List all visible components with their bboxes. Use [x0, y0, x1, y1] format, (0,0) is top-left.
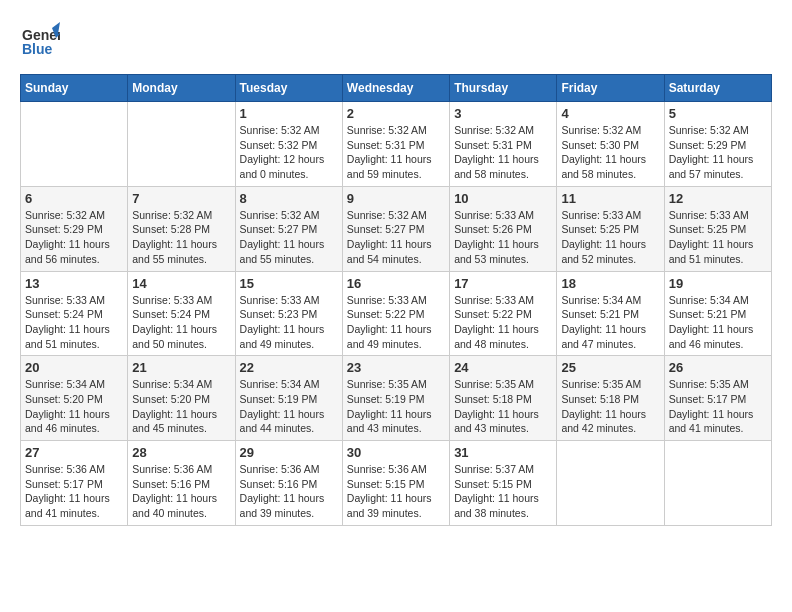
calendar-cell: 16Sunrise: 5:33 AM Sunset: 5:22 PM Dayli… [342, 271, 449, 356]
day-number: 28 [132, 445, 230, 460]
day-info: Sunrise: 5:32 AM Sunset: 5:31 PM Dayligh… [347, 123, 445, 182]
day-header-saturday: Saturday [664, 75, 771, 102]
day-info: Sunrise: 5:35 AM Sunset: 5:18 PM Dayligh… [454, 377, 552, 436]
day-info: Sunrise: 5:35 AM Sunset: 5:19 PM Dayligh… [347, 377, 445, 436]
day-info: Sunrise: 5:35 AM Sunset: 5:18 PM Dayligh… [561, 377, 659, 436]
calendar-cell [128, 102, 235, 187]
day-info: Sunrise: 5:32 AM Sunset: 5:29 PM Dayligh… [25, 208, 123, 267]
calendar-cell: 4Sunrise: 5:32 AM Sunset: 5:30 PM Daylig… [557, 102, 664, 187]
day-info: Sunrise: 5:33 AM Sunset: 5:23 PM Dayligh… [240, 293, 338, 352]
day-info: Sunrise: 5:32 AM Sunset: 5:32 PM Dayligh… [240, 123, 338, 182]
day-info: Sunrise: 5:32 AM Sunset: 5:30 PM Dayligh… [561, 123, 659, 182]
calendar-cell: 17Sunrise: 5:33 AM Sunset: 5:22 PM Dayli… [450, 271, 557, 356]
day-number: 17 [454, 276, 552, 291]
day-header-friday: Friday [557, 75, 664, 102]
day-number: 9 [347, 191, 445, 206]
day-number: 31 [454, 445, 552, 460]
day-info: Sunrise: 5:35 AM Sunset: 5:17 PM Dayligh… [669, 377, 767, 436]
day-header-tuesday: Tuesday [235, 75, 342, 102]
days-header-row: SundayMondayTuesdayWednesdayThursdayFrid… [21, 75, 772, 102]
day-number: 12 [669, 191, 767, 206]
day-number: 18 [561, 276, 659, 291]
calendar-cell: 8Sunrise: 5:32 AM Sunset: 5:27 PM Daylig… [235, 186, 342, 271]
calendar-cell: 26Sunrise: 5:35 AM Sunset: 5:17 PM Dayli… [664, 356, 771, 441]
calendar-cell: 23Sunrise: 5:35 AM Sunset: 5:19 PM Dayli… [342, 356, 449, 441]
day-info: Sunrise: 5:36 AM Sunset: 5:15 PM Dayligh… [347, 462, 445, 521]
day-info: Sunrise: 5:34 AM Sunset: 5:19 PM Dayligh… [240, 377, 338, 436]
week-row-5: 27Sunrise: 5:36 AM Sunset: 5:17 PM Dayli… [21, 441, 772, 526]
day-header-sunday: Sunday [21, 75, 128, 102]
day-number: 23 [347, 360, 445, 375]
day-number: 21 [132, 360, 230, 375]
day-info: Sunrise: 5:33 AM Sunset: 5:24 PM Dayligh… [25, 293, 123, 352]
day-number: 14 [132, 276, 230, 291]
day-info: Sunrise: 5:37 AM Sunset: 5:15 PM Dayligh… [454, 462, 552, 521]
day-number: 3 [454, 106, 552, 121]
svg-text:Blue: Blue [22, 41, 53, 57]
day-number: 7 [132, 191, 230, 206]
calendar-table: SundayMondayTuesdayWednesdayThursdayFrid… [20, 74, 772, 526]
calendar-cell: 5Sunrise: 5:32 AM Sunset: 5:29 PM Daylig… [664, 102, 771, 187]
calendar-cell: 3Sunrise: 5:32 AM Sunset: 5:31 PM Daylig… [450, 102, 557, 187]
logo: General Blue [20, 20, 60, 64]
calendar-cell: 14Sunrise: 5:33 AM Sunset: 5:24 PM Dayli… [128, 271, 235, 356]
week-row-4: 20Sunrise: 5:34 AM Sunset: 5:20 PM Dayli… [21, 356, 772, 441]
week-row-3: 13Sunrise: 5:33 AM Sunset: 5:24 PM Dayli… [21, 271, 772, 356]
calendar-cell: 11Sunrise: 5:33 AM Sunset: 5:25 PM Dayli… [557, 186, 664, 271]
calendar-cell: 9Sunrise: 5:32 AM Sunset: 5:27 PM Daylig… [342, 186, 449, 271]
day-number: 22 [240, 360, 338, 375]
day-header-thursday: Thursday [450, 75, 557, 102]
day-number: 20 [25, 360, 123, 375]
day-info: Sunrise: 5:36 AM Sunset: 5:16 PM Dayligh… [132, 462, 230, 521]
day-info: Sunrise: 5:36 AM Sunset: 5:17 PM Dayligh… [25, 462, 123, 521]
day-number: 13 [25, 276, 123, 291]
calendar-cell: 30Sunrise: 5:36 AM Sunset: 5:15 PM Dayli… [342, 441, 449, 526]
day-info: Sunrise: 5:34 AM Sunset: 5:21 PM Dayligh… [669, 293, 767, 352]
day-info: Sunrise: 5:36 AM Sunset: 5:16 PM Dayligh… [240, 462, 338, 521]
day-number: 30 [347, 445, 445, 460]
calendar-cell: 20Sunrise: 5:34 AM Sunset: 5:20 PM Dayli… [21, 356, 128, 441]
calendar-cell [557, 441, 664, 526]
day-info: Sunrise: 5:32 AM Sunset: 5:31 PM Dayligh… [454, 123, 552, 182]
day-number: 27 [25, 445, 123, 460]
day-number: 16 [347, 276, 445, 291]
logo-icon: General Blue [20, 20, 60, 60]
week-row-2: 6Sunrise: 5:32 AM Sunset: 5:29 PM Daylig… [21, 186, 772, 271]
calendar-cell: 25Sunrise: 5:35 AM Sunset: 5:18 PM Dayli… [557, 356, 664, 441]
day-number: 4 [561, 106, 659, 121]
calendar-cell: 27Sunrise: 5:36 AM Sunset: 5:17 PM Dayli… [21, 441, 128, 526]
day-info: Sunrise: 5:32 AM Sunset: 5:29 PM Dayligh… [669, 123, 767, 182]
day-info: Sunrise: 5:34 AM Sunset: 5:21 PM Dayligh… [561, 293, 659, 352]
day-info: Sunrise: 5:33 AM Sunset: 5:24 PM Dayligh… [132, 293, 230, 352]
calendar-cell: 29Sunrise: 5:36 AM Sunset: 5:16 PM Dayli… [235, 441, 342, 526]
calendar-cell: 28Sunrise: 5:36 AM Sunset: 5:16 PM Dayli… [128, 441, 235, 526]
day-number: 24 [454, 360, 552, 375]
calendar-cell: 12Sunrise: 5:33 AM Sunset: 5:25 PM Dayli… [664, 186, 771, 271]
day-number: 1 [240, 106, 338, 121]
calendar-cell: 7Sunrise: 5:32 AM Sunset: 5:28 PM Daylig… [128, 186, 235, 271]
day-number: 15 [240, 276, 338, 291]
calendar-cell: 18Sunrise: 5:34 AM Sunset: 5:21 PM Dayli… [557, 271, 664, 356]
day-info: Sunrise: 5:33 AM Sunset: 5:22 PM Dayligh… [454, 293, 552, 352]
day-number: 10 [454, 191, 552, 206]
day-info: Sunrise: 5:32 AM Sunset: 5:28 PM Dayligh… [132, 208, 230, 267]
day-info: Sunrise: 5:33 AM Sunset: 5:22 PM Dayligh… [347, 293, 445, 352]
calendar-cell: 22Sunrise: 5:34 AM Sunset: 5:19 PM Dayli… [235, 356, 342, 441]
week-row-1: 1Sunrise: 5:32 AM Sunset: 5:32 PM Daylig… [21, 102, 772, 187]
day-number: 2 [347, 106, 445, 121]
day-info: Sunrise: 5:32 AM Sunset: 5:27 PM Dayligh… [240, 208, 338, 267]
calendar-cell: 15Sunrise: 5:33 AM Sunset: 5:23 PM Dayli… [235, 271, 342, 356]
day-number: 25 [561, 360, 659, 375]
calendar-cell [21, 102, 128, 187]
day-number: 6 [25, 191, 123, 206]
day-info: Sunrise: 5:34 AM Sunset: 5:20 PM Dayligh… [132, 377, 230, 436]
calendar-cell: 1Sunrise: 5:32 AM Sunset: 5:32 PM Daylig… [235, 102, 342, 187]
page-header: General Blue [20, 20, 772, 64]
day-info: Sunrise: 5:33 AM Sunset: 5:25 PM Dayligh… [561, 208, 659, 267]
day-info: Sunrise: 5:32 AM Sunset: 5:27 PM Dayligh… [347, 208, 445, 267]
day-header-wednesday: Wednesday [342, 75, 449, 102]
calendar-cell: 31Sunrise: 5:37 AM Sunset: 5:15 PM Dayli… [450, 441, 557, 526]
calendar-cell: 24Sunrise: 5:35 AM Sunset: 5:18 PM Dayli… [450, 356, 557, 441]
calendar-body: 1Sunrise: 5:32 AM Sunset: 5:32 PM Daylig… [21, 102, 772, 526]
calendar-cell: 13Sunrise: 5:33 AM Sunset: 5:24 PM Dayli… [21, 271, 128, 356]
